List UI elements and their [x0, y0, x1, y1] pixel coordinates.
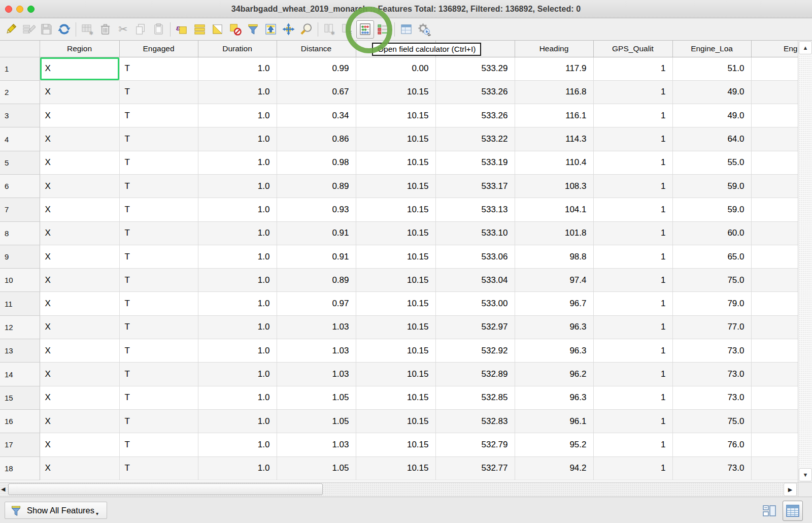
column-header-heading[interactable]: Heading [515, 41, 593, 57]
cell-distance[interactable]: 1.03 [277, 363, 356, 386]
cell-distance[interactable]: 0.93 [277, 198, 356, 221]
cell-col5[interactable]: 10.15 [356, 269, 435, 292]
cell-engine_loa[interactable]: 73.0 [672, 363, 751, 386]
pan-to-selection-button[interactable] [280, 20, 297, 39]
cell-engine_loa[interactable]: 65.0 [672, 245, 751, 268]
row-number[interactable]: 7 [0, 198, 40, 221]
cell-heading[interactable]: 96.3 [515, 315, 593, 339]
cell-region[interactable]: X [40, 292, 119, 315]
cell-duration[interactable]: 1.0 [198, 151, 277, 174]
cell-region[interactable]: X [40, 151, 119, 174]
cell-engaged[interactable]: T [119, 315, 198, 339]
cell-col5[interactable]: 10.15 [356, 315, 435, 339]
cell-distance[interactable]: 0.67 [277, 80, 356, 104]
table-view-button[interactable] [783, 501, 803, 521]
cell-col5[interactable]: 10.15 [356, 292, 435, 315]
scroll-left-button[interactable]: ◀ [1, 486, 5, 493]
cell-engaged[interactable]: T [119, 292, 198, 315]
horizontal-scroll-thumb[interactable] [8, 483, 323, 495]
cell-heading[interactable]: 117.9 [515, 57, 593, 80]
cell-heading[interactable]: 95.2 [515, 433, 593, 456]
cell-col6[interactable]: 532.83 [435, 409, 515, 433]
cell-duration[interactable]: 1.0 [198, 409, 277, 433]
cell-gps_qualit[interactable]: 1 [593, 127, 672, 151]
copy-features-button[interactable] [132, 20, 150, 39]
cell-col5[interactable]: 10.15 [356, 174, 435, 198]
scroll-down-button[interactable]: ▼ [799, 468, 812, 481]
cell-engine_loa[interactable]: 73.0 [672, 339, 751, 363]
cell-gps_qualit[interactable]: 1 [593, 269, 672, 292]
select-by-expression-button[interactable]: ε [173, 20, 191, 39]
cell-region[interactable]: X [40, 456, 119, 480]
cell-engine_loa[interactable]: 49.0 [672, 104, 751, 127]
cell-col5[interactable]: 10.15 [356, 386, 435, 409]
cell-col5[interactable]: 10.15 [356, 245, 435, 268]
cell-col6[interactable]: 533.06 [435, 245, 515, 268]
cell-col6[interactable]: 532.97 [435, 315, 515, 339]
cell-col6[interactable]: 533.26 [435, 80, 515, 104]
cell-gps_qualit[interactable]: 1 [593, 245, 672, 268]
cell-distance[interactable]: 1.05 [277, 409, 356, 433]
cell-col6[interactable]: 533.26 [435, 104, 515, 127]
cell-duration[interactable]: 1.0 [198, 363, 277, 386]
cell-col5[interactable]: 10.15 [356, 363, 435, 386]
cell-eng[interactable] [751, 221, 798, 245]
row-number[interactable]: 11 [0, 292, 40, 315]
cell-duration[interactable]: 1.0 [198, 339, 277, 363]
cell-gps_qualit[interactable]: 1 [593, 57, 672, 80]
cell-gps_qualit[interactable]: 1 [593, 315, 672, 339]
cell-engaged[interactable]: T [119, 104, 198, 127]
cell-col6[interactable]: 533.13 [435, 198, 515, 221]
row-number[interactable]: 14 [0, 363, 40, 386]
cell-heading[interactable]: 104.1 [515, 198, 593, 221]
row-number[interactable]: 6 [0, 174, 40, 198]
cell-eng[interactable] [751, 127, 798, 151]
cell-engaged[interactable]: T [119, 245, 198, 268]
cell-region[interactable]: X [40, 386, 119, 409]
cell-heading[interactable]: 96.2 [515, 363, 593, 386]
row-number[interactable]: 13 [0, 339, 40, 363]
cell-engine_loa[interactable]: 64.0 [672, 127, 751, 151]
cell-engaged[interactable]: T [119, 409, 198, 433]
cell-col5[interactable]: 10.15 [356, 104, 435, 127]
cell-eng[interactable] [751, 433, 798, 456]
cell-heading[interactable]: 98.8 [515, 245, 593, 268]
cell-gps_qualit[interactable]: 1 [593, 151, 672, 174]
cell-engine_loa[interactable]: 60.0 [672, 221, 751, 245]
cell-engaged[interactable]: T [119, 221, 198, 245]
cell-engaged[interactable]: T [119, 151, 198, 174]
feature-filter-button[interactable]: Show All Features ▾ [5, 502, 107, 519]
cell-engaged[interactable]: T [119, 269, 198, 292]
cell-heading[interactable]: 96.1 [515, 409, 593, 433]
column-header-distance[interactable]: Distance [277, 41, 356, 57]
cell-distance[interactable]: 0.98 [277, 151, 356, 174]
vertical-scroll-track[interactable] [799, 55, 812, 467]
cell-duration[interactable]: 1.0 [198, 174, 277, 198]
cell-heading[interactable]: 108.3 [515, 174, 593, 198]
row-number[interactable]: 4 [0, 127, 40, 151]
scroll-up-button[interactable]: ▲ [799, 41, 812, 54]
cell-engine_loa[interactable]: 75.0 [672, 269, 751, 292]
reload-button[interactable] [55, 20, 73, 39]
cell-gps_qualit[interactable]: 1 [593, 104, 672, 127]
cell-col5[interactable]: 10.15 [356, 409, 435, 433]
cell-engine_loa[interactable]: 55.0 [672, 151, 751, 174]
cell-distance[interactable]: 1.03 [277, 433, 356, 456]
field-calculator-button[interactable] [356, 20, 374, 39]
vertical-scrollbar[interactable]: ▲ ▼ [798, 41, 812, 482]
cell-distance[interactable]: 0.86 [277, 127, 356, 151]
cell-duration[interactable]: 1.0 [198, 245, 277, 268]
cell-gps_qualit[interactable]: 1 [593, 292, 672, 315]
cell-col5[interactable]: 10.15 [356, 456, 435, 480]
scroll-right-button[interactable]: ▶ [784, 483, 797, 496]
row-number[interactable]: 9 [0, 245, 40, 268]
cell-engaged[interactable]: T [119, 456, 198, 480]
cell-col6[interactable]: 533.00 [435, 292, 515, 315]
cell-duration[interactable]: 1.0 [198, 127, 277, 151]
horizontal-scrollbar[interactable]: ◀ ▶ [0, 482, 812, 497]
cell-col5[interactable]: 10.15 [356, 127, 435, 151]
add-feature-button[interactable]: ✱ [79, 20, 96, 39]
cell-region[interactable]: X [40, 433, 119, 456]
row-number[interactable]: 15 [0, 386, 40, 409]
minimize-window-button[interactable] [16, 6, 23, 13]
